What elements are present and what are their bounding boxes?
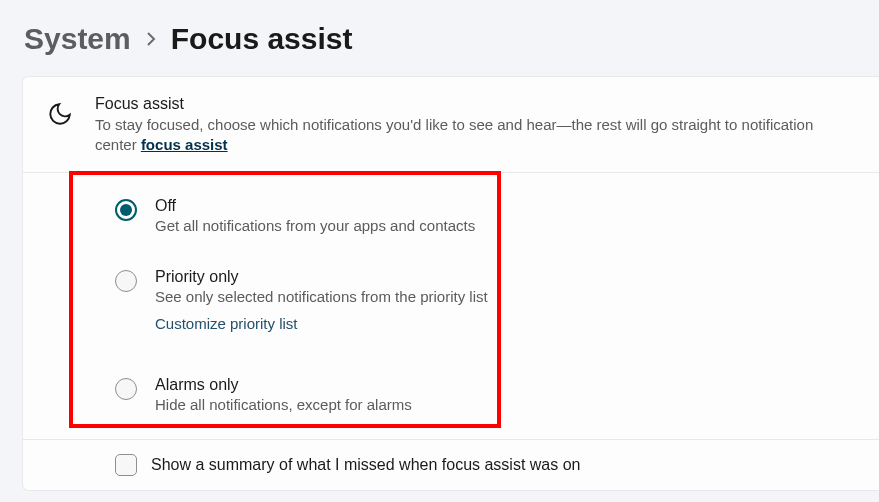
chevron-right-icon xyxy=(147,32,157,46)
radio-title: Alarms only xyxy=(155,376,855,394)
moon-icon xyxy=(47,101,73,127)
customize-priority-list-link[interactable]: Customize priority list xyxy=(155,315,855,332)
radio-option-priority[interactable]: Priority only See only selected notifica… xyxy=(47,248,855,346)
radio-description: Hide all notifications, except for alarm… xyxy=(155,396,855,413)
intro-row: Focus assist To stay focused, choose whi… xyxy=(23,77,879,173)
breadcrumb: System Focus assist xyxy=(0,0,879,76)
page-title: Focus assist xyxy=(171,22,353,56)
radio-button[interactable] xyxy=(115,378,137,400)
radio-button[interactable] xyxy=(115,199,137,221)
intro-description: To stay focused, choose which notificati… xyxy=(95,115,855,154)
radio-description: Get all notifications from your apps and… xyxy=(155,217,855,234)
radio-button[interactable] xyxy=(115,270,137,292)
radio-option-alarms[interactable]: Alarms only Hide all notifications, exce… xyxy=(47,346,855,427)
breadcrumb-parent-link[interactable]: System xyxy=(24,22,131,56)
intro-title: Focus assist xyxy=(95,95,855,113)
summary-label: Show a summary of what I missed when foc… xyxy=(151,456,581,474)
focus-assist-learn-link[interactable]: focus assist xyxy=(141,136,228,153)
summary-checkbox-row[interactable]: Show a summary of what I missed when foc… xyxy=(23,440,879,490)
radio-title: Priority only xyxy=(155,268,855,286)
radio-title: Off xyxy=(155,197,855,215)
focus-assist-card: Focus assist To stay focused, choose whi… xyxy=(22,76,879,491)
summary-checkbox[interactable] xyxy=(115,454,137,476)
radio-option-off[interactable]: Off Get all notifications from your apps… xyxy=(47,187,855,248)
focus-mode-options: Off Get all notifications from your apps… xyxy=(23,173,879,440)
radio-description: See only selected notifications from the… xyxy=(155,288,855,305)
